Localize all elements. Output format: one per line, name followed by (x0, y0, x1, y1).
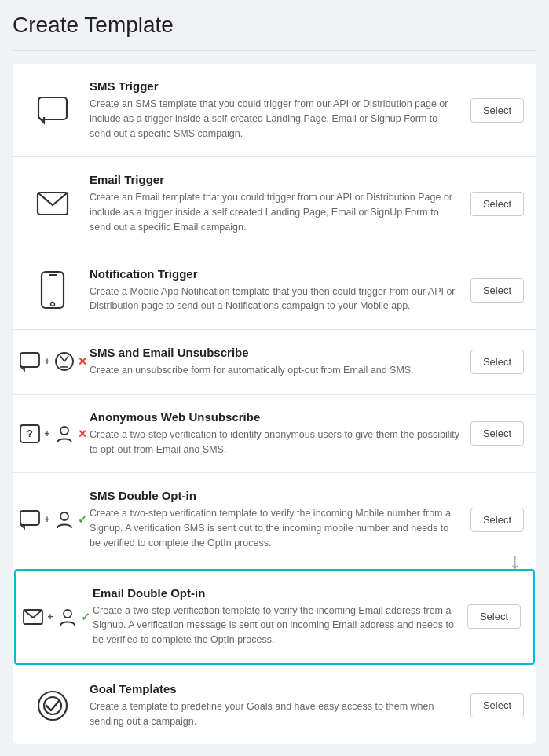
svg-line-8 (64, 356, 68, 361)
sms-email-unsubscribe-description: Create an unsubscribe form for automatic… (90, 363, 461, 378)
sms-email-unsubscribe-select-button[interactable]: Select (470, 350, 524, 374)
sms-trigger-description: Create an SMS template that you could tr… (90, 97, 461, 141)
svg-point-12 (60, 427, 68, 435)
template-list: SMS TriggerCreate an SMS template that y… (13, 64, 536, 744)
anonymous-web-unsubscribe-title: Anonymous Web Unsubscribe (90, 410, 461, 424)
sms-email-unsubscribe-icon: + ✕ (25, 351, 80, 372)
template-row-email-trigger: Email TriggerCreate an Email template th… (13, 157, 536, 251)
sms-trigger-content: SMS TriggerCreate an SMS template that y… (80, 79, 470, 141)
template-row-sms-trigger: SMS TriggerCreate an SMS template that y… (13, 64, 536, 157)
email-double-optin-content: Email Double Opt-inCreate a two-step ver… (83, 586, 467, 648)
email-trigger-select-button[interactable]: Select (470, 192, 524, 216)
svg-point-14 (60, 512, 68, 520)
page-title: Create Template (13, 13, 536, 51)
email-double-optin-description: Create a two-step verification template … (93, 604, 458, 648)
svg-text:?: ? (27, 428, 33, 439)
sms-double-optin-select-button[interactable]: Select (470, 508, 524, 532)
sms-double-optin-title: SMS Double Opt-in (90, 489, 461, 502)
email-double-optin-select-button[interactable]: Select (467, 604, 521, 629)
svg-rect-13 (20, 511, 39, 525)
goal-templates-select-button[interactable]: Select (470, 693, 524, 717)
svg-point-16 (64, 610, 71, 618)
anonymous-web-unsubscribe-select-button[interactable]: Select (470, 421, 524, 446)
email-double-optin-icon: + ✓ (28, 607, 83, 627)
svg-point-3 (51, 303, 55, 306)
template-row-anonymous-web-unsubscribe: ? + ✕ Anonymous Web UnsubscribeCreate a … (13, 395, 536, 474)
sms-trigger-title: SMS Trigger (90, 79, 461, 93)
email-trigger-description: Create an Email template that you could … (90, 190, 461, 234)
notification-trigger-description: Create a Mobile App Notification templat… (90, 284, 461, 314)
sms-double-optin-icon: + ✓ (25, 509, 80, 530)
anonymous-web-unsubscribe-icon: ? + ✕ (25, 424, 80, 444)
goal-templates-title: Goal Templates (90, 682, 461, 695)
sms-trigger-icon (25, 95, 80, 125)
goal-templates-description: Create a template to predefine your Goal… (90, 699, 461, 729)
goal-templates-icon (25, 688, 80, 723)
sms-double-optin-description: Create a two-step verification template … (90, 506, 461, 550)
sms-double-optin-content: SMS Double Opt-inCreate a two-step verif… (80, 489, 470, 550)
template-row-email-double-optin: ↓ + ✓ Email Double Opt-inCreate a two-st… (14, 569, 535, 665)
template-row-notification-trigger: Notification TriggerCreate a Mobile App … (13, 251, 536, 331)
goal-templates-content: Goal TemplatesCreate a template to prede… (80, 682, 470, 729)
email-trigger-icon (25, 190, 80, 217)
email-trigger-title: Email Trigger (90, 173, 461, 186)
anonymous-web-unsubscribe-description: Create a two-step verification to identi… (90, 428, 461, 457)
template-row-goal-templates: Goal TemplatesCreate a template to prede… (13, 666, 536, 745)
sms-trigger-select-button[interactable]: Select (470, 98, 524, 123)
svg-rect-0 (38, 97, 67, 119)
arrow-indicator: ↓ (510, 549, 521, 574)
sms-email-unsubscribe-content: SMS and Email UnsubscribeCreate an unsub… (80, 346, 470, 378)
notification-trigger-title: Notification Trigger (90, 267, 461, 281)
page-container: Create Template SMS TriggerCreate an SMS… (0, 0, 549, 756)
notification-trigger-content: Notification TriggerCreate a Mobile App … (80, 267, 470, 314)
svg-line-7 (60, 356, 64, 361)
svg-rect-5 (20, 353, 39, 367)
svg-point-17 (38, 692, 67, 720)
notification-trigger-icon (25, 270, 80, 310)
sms-email-unsubscribe-title: SMS and Email Unsubscribe (90, 346, 461, 359)
template-row-sms-double-optin: + ✓ SMS Double Opt-inCreate a two-step v… (13, 473, 536, 567)
template-row-sms-email-unsubscribe: + ✕ SMS and Email UnsubscribeCreate an u… (13, 330, 536, 395)
anonymous-web-unsubscribe-content: Anonymous Web UnsubscribeCreate a two-st… (80, 410, 470, 457)
notification-trigger-select-button[interactable]: Select (470, 278, 524, 303)
email-double-optin-title: Email Double Opt-in (93, 586, 458, 600)
email-trigger-content: Email TriggerCreate an Email template th… (80, 173, 470, 234)
